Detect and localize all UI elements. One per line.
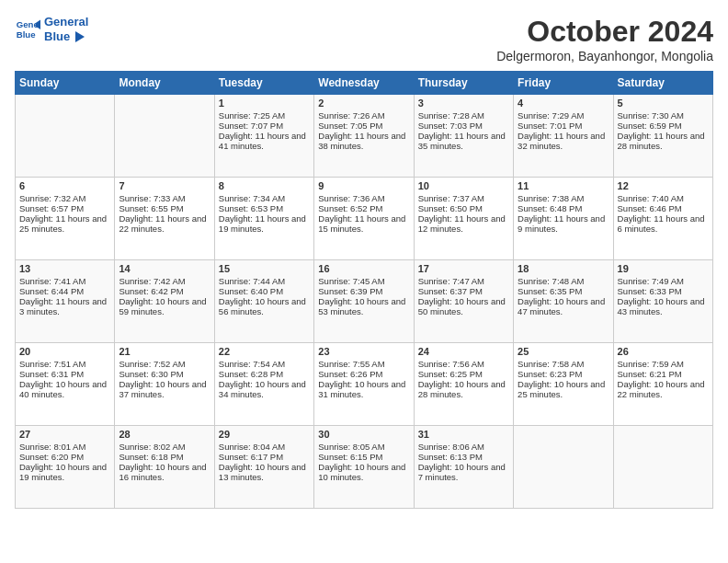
day-number: 7	[119, 180, 210, 191]
day-info: Sunrise: 7:36 AM	[318, 193, 409, 203]
day-info: Sunset: 6:46 PM	[618, 203, 709, 213]
day-info: Sunrise: 7:55 AM	[318, 359, 409, 369]
day-info: Sunset: 6:50 PM	[418, 203, 509, 213]
weekday-header-row: SundayMondayTuesdayWednesdayThursdayFrid…	[16, 72, 713, 95]
day-number: 27	[19, 429, 110, 440]
calendar-week-5: 27Sunrise: 8:01 AMSunset: 6:20 PMDayligh…	[16, 426, 713, 509]
day-info: Sunrise: 8:06 AM	[418, 442, 509, 452]
day-info: Sunset: 6:23 PM	[518, 369, 609, 379]
day-info: Daylight: 10 hours and 43 minutes.	[618, 296, 709, 316]
day-info: Sunrise: 7:56 AM	[418, 359, 509, 369]
day-info: Sunrise: 7:48 AM	[518, 276, 609, 286]
calendar-cell: 24Sunrise: 7:56 AMSunset: 6:25 PMDayligh…	[414, 343, 513, 426]
weekday-header-tuesday: Tuesday	[214, 72, 313, 95]
day-info: Daylight: 10 hours and 40 minutes.	[19, 379, 110, 399]
day-info: Sunrise: 7:40 AM	[618, 193, 709, 203]
month-title: October 2024	[496, 15, 713, 49]
day-number: 20	[19, 346, 110, 357]
day-info: Sunrise: 7:54 AM	[219, 359, 310, 369]
day-number: 5	[618, 98, 709, 109]
day-info: Daylight: 10 hours and 56 minutes.	[219, 296, 310, 316]
day-number: 29	[219, 429, 310, 440]
calendar-cell: 21Sunrise: 7:52 AMSunset: 6:30 PMDayligh…	[115, 343, 214, 426]
day-info: Sunrise: 7:26 AM	[318, 110, 409, 121]
day-info: Sunset: 7:01 PM	[518, 121, 609, 131]
day-info: Daylight: 10 hours and 19 minutes.	[19, 462, 110, 482]
day-info: Daylight: 11 hours and 15 minutes.	[318, 213, 409, 234]
day-info: Sunset: 7:03 PM	[418, 121, 509, 131]
day-info: Sunrise: 7:33 AM	[119, 193, 210, 203]
day-info: Sunrise: 7:25 AM	[219, 110, 310, 121]
calendar-cell	[514, 426, 613, 509]
day-info: Sunrise: 7:28 AM	[418, 110, 509, 121]
calendar-cell: 31Sunrise: 8:06 AMSunset: 6:13 PMDayligh…	[414, 426, 513, 509]
calendar-cell: 12Sunrise: 7:40 AMSunset: 6:46 PMDayligh…	[613, 178, 712, 260]
day-number: 24	[418, 346, 509, 357]
day-number: 16	[318, 263, 409, 274]
day-info: Sunset: 6:42 PM	[119, 286, 210, 296]
calendar-cell: 30Sunrise: 8:05 AMSunset: 6:15 PMDayligh…	[314, 426, 414, 509]
day-info: Sunset: 6:37 PM	[418, 286, 509, 296]
weekday-header-sunday: Sunday	[16, 72, 115, 95]
calendar-cell: 5Sunrise: 7:30 AMSunset: 6:59 PMDaylight…	[613, 95, 712, 178]
calendar-cell: 22Sunrise: 7:54 AMSunset: 6:28 PMDayligh…	[214, 343, 313, 426]
day-info: Sunrise: 8:05 AM	[318, 442, 409, 452]
day-info: Sunset: 6:31 PM	[19, 369, 110, 379]
day-info: Sunset: 6:53 PM	[219, 203, 310, 213]
day-info: Sunset: 6:15 PM	[318, 452, 409, 462]
day-number: 14	[119, 263, 210, 274]
svg-text:Blue: Blue	[17, 29, 36, 39]
day-info: Sunset: 6:28 PM	[219, 369, 310, 379]
title-block: October 2024 Delgermoron, Bayanhongor, M…	[496, 15, 713, 63]
day-info: Daylight: 10 hours and 31 minutes.	[318, 379, 409, 399]
day-info: Sunset: 6:30 PM	[119, 369, 210, 379]
day-info: Daylight: 11 hours and 28 minutes.	[618, 131, 709, 151]
weekday-header-thursday: Thursday	[414, 72, 513, 95]
day-info: Daylight: 10 hours and 22 minutes.	[618, 379, 709, 399]
calendar-cell: 23Sunrise: 7:55 AMSunset: 6:26 PMDayligh…	[314, 343, 414, 426]
day-number: 26	[618, 346, 709, 357]
day-info: Daylight: 10 hours and 7 minutes.	[418, 462, 509, 482]
day-info: Sunset: 6:35 PM	[518, 286, 609, 296]
calendar-cell: 29Sunrise: 8:04 AMSunset: 6:17 PMDayligh…	[214, 426, 313, 509]
weekday-header-saturday: Saturday	[613, 72, 712, 95]
calendar-week-2: 6Sunrise: 7:32 AMSunset: 6:57 PMDaylight…	[16, 178, 713, 260]
day-info: Sunrise: 7:52 AM	[119, 359, 210, 369]
day-number: 23	[318, 346, 409, 357]
day-info: Daylight: 11 hours and 41 minutes.	[219, 131, 310, 151]
calendar-cell: 25Sunrise: 7:58 AMSunset: 6:23 PMDayligh…	[514, 343, 613, 426]
day-number: 6	[19, 180, 110, 191]
day-info: Sunset: 6:13 PM	[418, 452, 509, 462]
day-info: Sunset: 7:05 PM	[318, 121, 409, 131]
day-number: 31	[418, 429, 509, 440]
day-info: Sunset: 6:52 PM	[318, 203, 409, 213]
calendar-cell: 10Sunrise: 7:37 AMSunset: 6:50 PMDayligh…	[414, 178, 513, 260]
day-number: 11	[518, 180, 609, 191]
page-header: General Blue General Blue October 2024 D…	[15, 15, 713, 63]
calendar-cell: 2Sunrise: 7:26 AMSunset: 7:05 PMDaylight…	[314, 95, 414, 178]
day-info: Sunrise: 7:45 AM	[318, 276, 409, 286]
calendar-cell: 28Sunrise: 8:02 AMSunset: 6:18 PMDayligh…	[115, 426, 214, 509]
day-info: Daylight: 11 hours and 6 minutes.	[618, 213, 709, 234]
day-info: Sunrise: 7:41 AM	[19, 276, 110, 286]
day-info: Sunrise: 7:44 AM	[219, 276, 310, 286]
day-info: Sunrise: 7:30 AM	[618, 110, 709, 121]
day-info: Daylight: 10 hours and 53 minutes.	[318, 296, 409, 316]
calendar-cell: 9Sunrise: 7:36 AMSunset: 6:52 PMDaylight…	[314, 178, 414, 260]
day-info: Sunset: 6:40 PM	[219, 286, 310, 296]
day-info: Daylight: 11 hours and 22 minutes.	[119, 213, 210, 234]
weekday-header-wednesday: Wednesday	[314, 72, 414, 95]
day-info: Daylight: 10 hours and 59 minutes.	[119, 296, 210, 316]
calendar-cell: 8Sunrise: 7:34 AMSunset: 6:53 PMDaylight…	[214, 178, 313, 260]
day-info: Sunset: 6:20 PM	[19, 452, 110, 462]
day-info: Sunset: 6:18 PM	[119, 452, 210, 462]
day-info: Sunset: 6:26 PM	[318, 369, 409, 379]
calendar-cell: 19Sunrise: 7:49 AMSunset: 6:33 PMDayligh…	[613, 260, 712, 343]
logo: General Blue General Blue	[15, 15, 88, 43]
calendar-cell: 27Sunrise: 8:01 AMSunset: 6:20 PMDayligh…	[16, 426, 115, 509]
day-number: 8	[219, 180, 310, 191]
day-info: Sunset: 6:48 PM	[518, 203, 609, 213]
day-number: 25	[518, 346, 609, 357]
day-number: 2	[318, 98, 409, 109]
calendar-cell: 4Sunrise: 7:29 AMSunset: 7:01 PMDaylight…	[514, 95, 613, 178]
